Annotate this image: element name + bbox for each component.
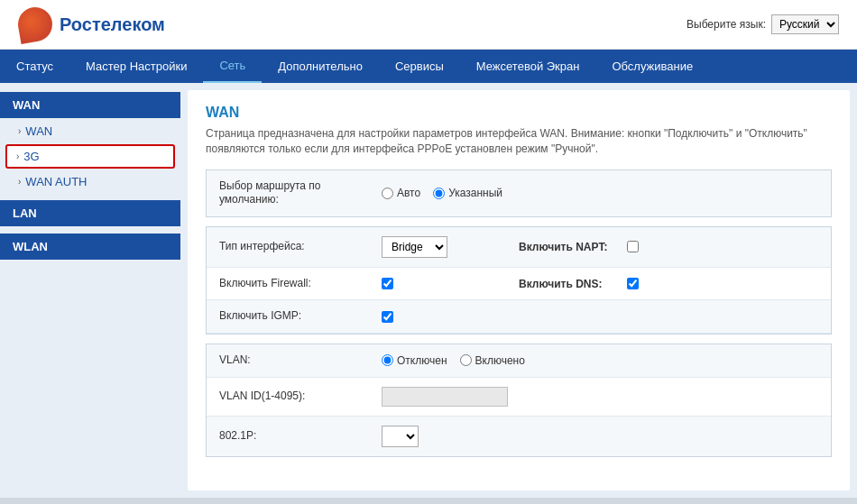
vlan-row: VLAN: Отключен Включено	[207, 344, 831, 378]
igmp-left: Включить IGMP:	[219, 309, 519, 324]
route-radio-group: Авто Указанный	[382, 187, 502, 199]
interface-type-row: Тип интерфейса: Bridge PPPoE IPoE PPPoA …	[207, 227, 831, 268]
nav-status[interactable]: Статус	[0, 50, 69, 83]
vlan-on-label: Включено	[475, 354, 525, 367]
vlan-id-row: VLAN ID(1-4095):	[207, 378, 831, 417]
sidebar-wlan-header: WLAN	[0, 234, 180, 260]
vlan-off-radio[interactable]	[382, 354, 393, 366]
vlan-off-label: Отключен	[397, 354, 447, 367]
logo-icon	[15, 5, 55, 44]
route-auto-label: Авто	[397, 187, 420, 199]
route-specified-radio[interactable]	[433, 188, 445, 199]
dot1p-select[interactable]: 0 1 2 3 4 5 6 7	[382, 426, 419, 447]
interface-type-label: Тип интерфейса:	[219, 240, 382, 254]
lang-selector: Выберите язык: Русский English	[687, 14, 839, 34]
dot1p-label: 802.1P:	[219, 429, 382, 444]
napt-label: Включить NAPT:	[519, 241, 627, 253]
route-specified-option[interactable]: Указанный	[433, 187, 502, 199]
sidebar-wan-auth-label: WAN AUTH	[25, 175, 87, 188]
route-options: Авто Указанный	[382, 187, 818, 199]
sidebar-3g-label: 3G	[23, 150, 39, 163]
vlan-radio-group: Отключен Включено	[382, 354, 525, 367]
lang-label: Выберите язык:	[687, 18, 766, 31]
route-auto-radio[interactable]	[382, 188, 393, 199]
page-description: Страница предназначена для настройки пар…	[206, 126, 832, 157]
sidebar-wan-header: WAN	[0, 92, 180, 118]
route-section: Выбор маршрута по умолчанию: Авто Указан…	[206, 170, 832, 217]
route-specified-label: Указанный	[448, 187, 502, 199]
interface-type-left: Тип интерфейса: Bridge PPPoE IPoE PPPoA …	[219, 236, 519, 258]
vlan-label: VLAN:	[219, 353, 382, 368]
dot1p-row: 802.1P: 0 1 2 3 4 5 6 7	[207, 417, 831, 456]
arrow-icon: ›	[18, 126, 21, 136]
lang-select[interactable]: Русский English	[771, 14, 839, 34]
main-content: WAN Страница предназначена для настройки…	[188, 90, 850, 490]
arrow-icon: ›	[16, 151, 19, 161]
route-row: Выбор маршрута по умолчанию: Авто Указан…	[207, 170, 831, 216]
vlan-section: VLAN: Отключен Включено VLAN ID(1-409	[206, 344, 832, 457]
vlan-on-option[interactable]: Включено	[460, 354, 525, 367]
dns-area: Включить DNS:	[519, 278, 818, 290]
nav-wizard[interactable]: Мастер Настройки	[69, 50, 203, 83]
interface-type-select[interactable]: Bridge PPPoE IPoE PPPoA IPoA	[382, 236, 447, 258]
firewall-checkbox[interactable]	[382, 278, 393, 289]
igmp-checkbox[interactable]	[382, 311, 393, 323]
vlan-left: VLAN: Отключен Включено	[219, 353, 818, 368]
top-header: Ростелеком Выберите язык: Русский Englis…	[0, 0, 857, 50]
nav-firewall[interactable]: Межсетевой Экран	[460, 50, 596, 83]
vlan-id-input[interactable]	[382, 387, 508, 407]
nav-advanced[interactable]: Дополнительно	[262, 50, 379, 83]
dns-checkbox[interactable]	[627, 278, 639, 289]
nav-maintenance[interactable]: Обслуживание	[595, 50, 709, 83]
dns-label: Включить DNS:	[519, 278, 627, 290]
vlan-on-radio[interactable]	[460, 354, 472, 366]
firewall-label: Включить Firewall:	[219, 277, 382, 291]
nav-network[interactable]: Сеть	[203, 50, 262, 83]
interface-section: Тип интерфейса: Bridge PPPoE IPoE PPPoA …	[206, 226, 832, 334]
sidebar-lan-header: LAN	[0, 200, 180, 226]
vlan-off-option[interactable]: Отключен	[382, 354, 447, 367]
vlan-id-label: VLAN ID(1-4095):	[219, 389, 382, 404]
firewall-left: Включить Firewall:	[219, 277, 519, 291]
igmp-row: Включить IGMP:	[207, 300, 831, 334]
sidebar-item-wan-auth[interactable]: › WAN AUTH	[0, 170, 180, 193]
arrow-icon: ›	[18, 177, 21, 187]
route-auto-option[interactable]: Авто	[382, 187, 420, 199]
logo-area: Ростелеком	[18, 7, 165, 41]
sidebar: WAN › WAN › 3G › WAN AUTH LAN WLAN	[0, 83, 180, 498]
route-label: Выбор маршрута по умолчанию:	[219, 179, 382, 207]
vlan-id-area	[382, 387, 818, 407]
nav-services[interactable]: Сервисы	[379, 50, 460, 83]
sidebar-wan-label: WAN	[25, 124, 52, 138]
napt-checkbox[interactable]	[627, 241, 639, 252]
sidebar-item-3g[interactable]: › 3G	[5, 144, 175, 169]
dot1p-area: 0 1 2 3 4 5 6 7	[382, 426, 818, 447]
page-title: WAN	[206, 105, 832, 121]
firewall-row: Включить Firewall: Включить DNS:	[207, 268, 831, 301]
nav-bar: Статус Мастер Настройки Сеть Дополнитель…	[0, 50, 857, 83]
logo-text: Ростелеком	[60, 14, 165, 35]
main-layout: WAN › WAN › 3G › WAN AUTH LAN WLAN WAN С…	[0, 83, 857, 498]
igmp-label: Включить IGMP:	[219, 309, 382, 324]
sidebar-item-wan[interactable]: › WAN	[0, 120, 180, 142]
napt-area: Включить NAPT:	[519, 241, 818, 253]
